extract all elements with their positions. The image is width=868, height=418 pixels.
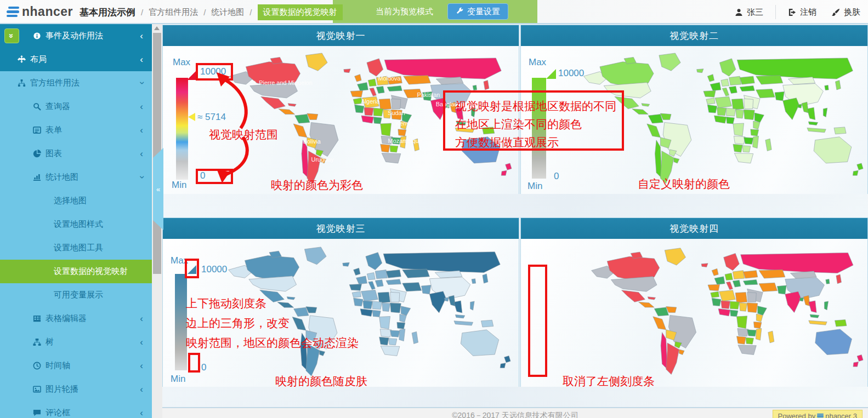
wrench-icon — [456, 7, 463, 16]
annotation-arrows — [190, 64, 278, 190]
toolbar-divider — [775, 5, 776, 19]
sidebar-item-16[interactable]: 评论框‹ — [0, 401, 152, 418]
variable-settings-button[interactable]: 变量设置 — [447, 3, 508, 20]
sidebar-item-label: 可用变量展示 — [54, 290, 103, 300]
sidebar-item-label: 时间轴 — [46, 360, 70, 371]
panel-title: 视觉映射三 — [163, 218, 519, 239]
annotation-box-removed-scalebar — [528, 265, 547, 377]
sidebar-item-15[interactable]: 图片轮播‹ — [0, 377, 152, 401]
sidebar-item-9[interactable]: 设置地图工具 — [0, 236, 152, 260]
scrollbar-up-arrow[interactable] — [154, 26, 160, 30]
chevron-left-icon: ‹ — [140, 408, 143, 417]
breadcrumb-root[interactable]: 基本用法示例 — [80, 6, 135, 19]
scale-min-label: Min — [172, 180, 186, 191]
change-skin-button[interactable]: 换肤 — [832, 7, 860, 18]
sidebar-item-11[interactable]: 可用变量展示 — [0, 283, 152, 307]
main-content: 视觉映射一 St. Pierre and MiquelonMoldovaAlge… — [162, 24, 868, 418]
annotation-box-max-handle — [185, 259, 199, 278]
user-toolbar: 张三 注销 换肤 — [735, 0, 860, 24]
breadcrumb-item[interactable]: 统计地图 — [211, 7, 244, 18]
sidebar-item-label: 官方组件用法 — [30, 78, 80, 88]
sidebar-item-14[interactable]: 时间轴‹ — [0, 354, 152, 377]
scale-min-label: Min — [171, 374, 185, 385]
move-icon — [18, 55, 26, 64]
sidebar-item-4[interactable]: 表单‹ — [0, 118, 152, 142]
search-icon — [33, 102, 41, 111]
copyright-text: ©2016－2017 天远信息技术有限公司 — [162, 411, 868, 418]
tree-icon — [33, 338, 41, 346]
drag-annotation-line: 边上的三角形，改变 — [186, 316, 290, 331]
scale-max-value: 10000 — [558, 68, 584, 79]
table-icon — [33, 314, 41, 323]
breadcrumb-active: 设置数据的视觉映射 — [258, 4, 343, 20]
panel-title: 视觉映射一 — [163, 25, 519, 46]
chevron-left-icon: ‹ — [140, 314, 143, 323]
sidebar-item-label: 表单 — [46, 125, 62, 135]
sidebar-item-label: 图片轮播 — [46, 384, 78, 394]
visual-map-scalebar[interactable] — [175, 274, 187, 370]
sidebar-item-label: 布局 — [30, 54, 47, 65]
powered-by-badge[interactable]: Powered by nhancer 3 — [773, 410, 863, 418]
comment-icon — [33, 409, 41, 417]
user-icon — [735, 8, 743, 16]
panel-visual-map-4: 视觉映射四 取消了左侧刻度条 — [520, 217, 868, 387]
panel-visual-map-3: 视觉映射三 Max 10000 0 Min 上下拖动刻度条 边上的三角形，改变 … — [162, 217, 519, 387]
sidebar-item-label: 查询器 — [46, 101, 70, 112]
sidebar-toggle-button[interactable]: » — [4, 28, 19, 43]
bar-chart-icon — [33, 173, 41, 181]
sidebar-item-label: 事件及动作用法 — [46, 31, 103, 41]
chevron-left-icon: ‹ — [140, 125, 143, 135]
sidebar-item-8[interactable]: 设置地图样式 — [0, 213, 152, 236]
world-map-3[interactable] — [212, 244, 511, 384]
info-annotation-box: 视觉映射是根据地区数据的不同 在地区上渲染不同的颜色 方便数据做直观展示 — [443, 90, 624, 151]
logo-icon — [7, 6, 20, 18]
visual-map-scalebar[interactable] — [176, 78, 188, 180]
scale-max-label: Max — [173, 57, 190, 68]
caption-annotation: 映射的颜色随皮肤 — [275, 374, 367, 387]
svg-text:Mozambique: Mozambique — [388, 138, 422, 144]
breadcrumb: 基本用法示例 / 官方组件用法 / 统计地图 / 设置数据的视觉映射 — [80, 0, 343, 24]
caption-annotation: 映射的颜色为彩色 — [271, 177, 363, 193]
sidebar-collapse-handle[interactable]: « — [153, 148, 163, 230]
chevron-left-icon: ‹ — [140, 337, 143, 347]
svg-text:Bolivia: Bolivia — [303, 138, 321, 145]
chevron-down-icon: ‹ — [137, 176, 146, 179]
sidebar-item-5[interactable]: 图表‹ — [0, 142, 152, 165]
scale-max-handle[interactable] — [546, 69, 556, 79]
logout-button[interactable]: 注销 — [788, 7, 816, 18]
sidebar-item-label: 设置数据的视觉映射 — [54, 266, 128, 277]
sidebar-item-1[interactable]: 布局‹ — [0, 48, 152, 71]
logo-text: nhancer — [22, 4, 73, 19]
annotation-box-min-handle — [188, 353, 200, 373]
sidebar-item-6[interactable]: 统计地图‹ — [0, 165, 152, 189]
pie-icon — [33, 150, 41, 158]
svg-text:Sudan: Sudan — [388, 110, 405, 116]
world-map-4[interactable] — [576, 245, 864, 382]
app-logo[interactable]: nhancer — [7, 4, 73, 19]
sidebar-item-13[interactable]: 树‹ — [0, 330, 152, 354]
user-menu[interactable]: 张三 — [735, 7, 763, 18]
panel-title: 视觉映射四 — [521, 218, 867, 239]
chevron-left-icon: ‹ — [140, 149, 143, 158]
sidebar-item-label: 图表 — [46, 148, 62, 159]
clock-icon — [33, 362, 41, 370]
svg-text:Moldova: Moldova — [378, 75, 401, 82]
breadcrumb-item[interactable]: 官方组件用法 — [149, 7, 198, 18]
chevron-left-icon: ‹ — [140, 31, 143, 41]
logo-icon — [817, 414, 824, 418]
sidebar-item-12[interactable]: 表格编辑器‹ — [0, 307, 152, 330]
chevron-down-icon: ‹ — [137, 82, 146, 85]
drag-annotation-line: 上下拖动刻度条 — [186, 296, 266, 311]
panel-title: 视觉映射二 — [521, 25, 867, 46]
sidebar-item-2[interactable]: 官方组件用法‹ — [0, 71, 152, 95]
scale-max-label: Max — [529, 57, 546, 68]
sidebar-item-label: 表格编辑器 — [46, 313, 87, 324]
sidebar-item-10[interactable]: 设置数据的视觉映射 — [0, 260, 152, 283]
paintbrush-icon — [832, 8, 840, 16]
top-bar: nhancer 当前为预览模式 变量设置 基本用法示例 / 官方组件用法 / 统… — [0, 0, 868, 24]
sidebar-item-7[interactable]: 选择地图 — [0, 189, 152, 213]
sidebar-item-0[interactable]: »事件及动作用法‹ — [0, 24, 152, 48]
sidebar-item-3[interactable]: 查询器‹ — [0, 95, 152, 118]
sidebar-nav: »事件及动作用法‹布局‹官方组件用法‹查询器‹表单‹图表‹统计地图‹选择地图设置… — [0, 24, 152, 418]
scale-min-label: Min — [527, 181, 542, 192]
